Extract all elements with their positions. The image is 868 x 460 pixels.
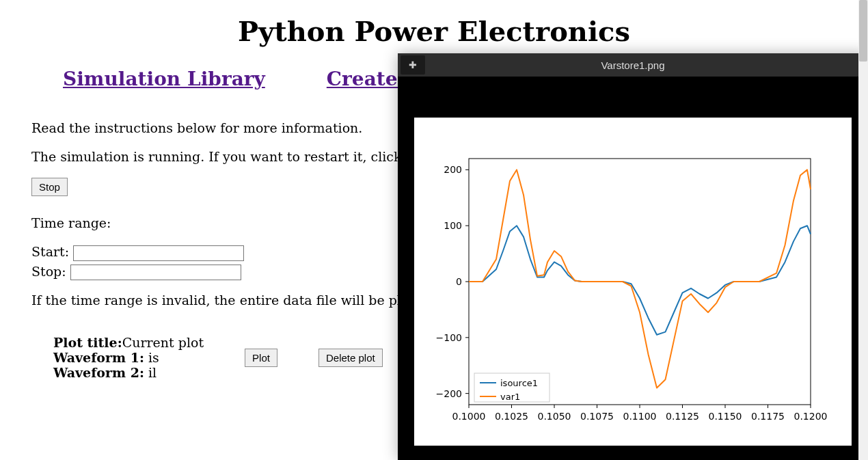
waveform2-value: il [144, 365, 157, 380]
plot-button[interactable]: Plot [245, 349, 277, 367]
plot-title-value: Current plot [122, 335, 204, 350]
svg-text:100: 100 [444, 220, 462, 231]
window-expand-button[interactable]: ✚ [401, 55, 425, 75]
plus-icon: ✚ [409, 59, 417, 70]
page-title: Python Power Electronics [31, 15, 837, 47]
svg-text:−200: −200 [436, 388, 462, 399]
svg-text:isource1: isource1 [500, 378, 538, 388]
svg-text:0.1025: 0.1025 [495, 411, 528, 422]
chart-svg: −200−10001002000.10000.10250.10500.10750… [414, 118, 852, 446]
svg-text:0.1100: 0.1100 [623, 411, 657, 422]
stop-button[interactable]: Stop [31, 178, 68, 196]
svg-text:0.1175: 0.1175 [751, 411, 785, 422]
svg-text:0.1075: 0.1075 [580, 411, 614, 422]
stop-input[interactable] [70, 265, 241, 280]
plot-title-label: Plot title: [53, 335, 122, 350]
page-scrollbar[interactable] [858, 0, 868, 460]
viewer-filename: Varstore1.png [601, 59, 664, 71]
svg-text:0.1000: 0.1000 [452, 411, 486, 422]
waveform1-value: is [144, 350, 159, 365]
viewer-titlebar[interactable]: ✚ Varstore1.png [398, 53, 868, 77]
svg-text:0.1125: 0.1125 [666, 411, 699, 422]
stop-label: Stop: [31, 264, 66, 279]
nav-simulation-library[interactable]: Simulation Library [63, 68, 265, 90]
svg-text:200: 200 [444, 164, 462, 175]
waveform2-label: Waveform 2: [53, 365, 144, 380]
plot-info: Plot title:Current plot Waveform 1: is W… [53, 335, 204, 380]
image-viewer-window[interactable]: ✚ Varstore1.png −200−10001002000.10000.1… [398, 53, 868, 460]
svg-text:0.1200: 0.1200 [794, 411, 828, 422]
svg-text:0.1150: 0.1150 [709, 411, 742, 422]
svg-text:0.1050: 0.1050 [538, 411, 571, 422]
scrollbar-thumb[interactable] [859, 0, 867, 62]
svg-text:−100: −100 [436, 332, 462, 343]
delete-plot-button[interactable]: Delete plot [318, 349, 383, 367]
waveform1-label: Waveform 1: [53, 350, 144, 365]
chart-canvas: −200−10001002000.10000.10250.10500.10750… [414, 118, 852, 446]
svg-text:var1: var1 [500, 392, 520, 402]
svg-text:0: 0 [456, 276, 462, 287]
start-input[interactable] [73, 245, 244, 261]
start-label: Start: [31, 244, 69, 259]
